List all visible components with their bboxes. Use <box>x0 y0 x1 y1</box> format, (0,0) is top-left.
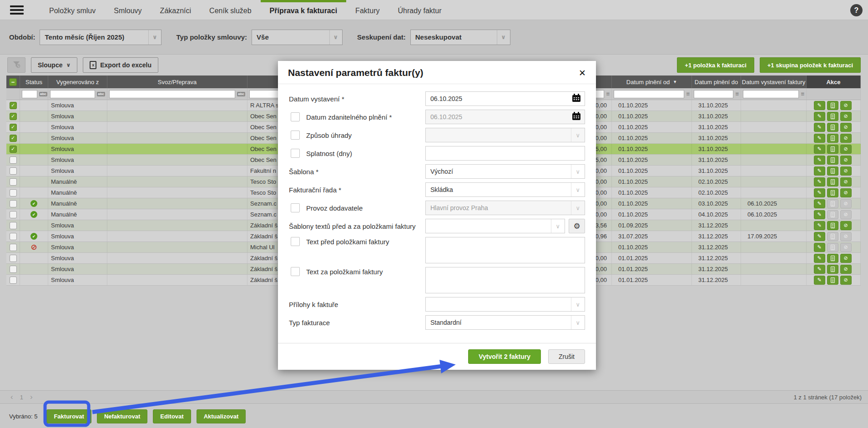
textarea-input[interactable] <box>425 267 585 293</box>
row-checkbox[interactable]: ✓ <box>10 135 17 142</box>
edit-row-button[interactable]: ✎ <box>814 243 825 252</box>
invoice-row-button[interactable] <box>827 123 838 132</box>
field-checkbox[interactable] <box>291 203 300 212</box>
do-not-invoice-row-button[interactable]: ⊘ <box>840 188 852 197</box>
edit-row-button[interactable]: ✎ <box>814 166 825 176</box>
select-input[interactable]: Standardní∨ <box>425 315 585 330</box>
column-filter-input[interactable] <box>743 90 799 98</box>
current-page[interactable]: 1 <box>17 394 26 401</box>
edit-row-button[interactable]: ✎ <box>814 199 825 208</box>
row-checkbox[interactable] <box>10 244 17 251</box>
row-checkbox[interactable]: ✓ <box>10 124 17 131</box>
field-checkbox[interactable] <box>291 112 300 121</box>
invoice-row-button[interactable] <box>827 221 838 230</box>
edit-row-button[interactable]: ✎ <box>814 210 825 219</box>
column-filter-input[interactable] <box>694 90 733 98</box>
tab-z-kazn-ci[interactable]: Zákazníci <box>151 0 200 20</box>
add-item-to-invoicing-button[interactable]: +1 položka k fakturaci <box>677 57 754 73</box>
calendar-icon[interactable] <box>572 94 581 104</box>
filter-select[interactable]: Vše∨ <box>252 30 343 45</box>
date-input[interactable]: 06.10.2025 <box>425 91 585 106</box>
tab-smlouvy[interactable]: Smlouvy <box>105 0 151 20</box>
field-checkbox[interactable] <box>291 149 300 158</box>
edit-row-button[interactable]: ✎ <box>814 188 825 197</box>
column-header-Vygenerováno z[interactable]: Vygenerováno z <box>48 76 107 88</box>
column-header-Akce[interactable]: Akce <box>807 76 861 88</box>
edit-row-button[interactable]: ✎ <box>814 177 825 186</box>
row-checkbox[interactable] <box>10 255 17 262</box>
add-group-to-invoicing-button[interactable]: +1 skupina položek k fakturaci <box>760 57 861 73</box>
do-not-invoice-row-button[interactable]: ⊘ <box>840 265 852 274</box>
row-checkbox[interactable] <box>10 222 17 229</box>
edit-row-button[interactable]: ✎ <box>814 265 825 274</box>
edit-row-button[interactable]: ✎ <box>814 101 825 110</box>
export-excel-button[interactable]: x Export do excelu <box>83 57 158 73</box>
do-not-invoice-row-button[interactable]: ⊘ <box>840 177 852 186</box>
column-header-col0[interactable]: − <box>6 76 20 88</box>
edit-row-button[interactable]: ✎ <box>814 221 825 230</box>
do-not-invoice-row-button[interactable]: ⊘ <box>840 145 852 154</box>
invoice-row-button[interactable] <box>827 134 838 143</box>
edit-row-button[interactable]: ✎ <box>814 254 825 263</box>
tab-faktury[interactable]: Faktury <box>346 0 389 20</box>
do-not-invoice-row-button[interactable]: ⊘ <box>840 134 852 143</box>
invoice-row-button[interactable] <box>827 145 838 154</box>
help-icon[interactable]: ? <box>850 4 863 16</box>
clear-filter-button[interactable] <box>7 57 25 73</box>
invoice-row-button[interactable] <box>827 156 838 165</box>
do-not-invoice-row-button[interactable]: ⊘ <box>840 123 852 132</box>
row-checkbox[interactable]: ✓ <box>10 146 17 153</box>
calendar-icon[interactable] <box>572 112 581 122</box>
fakturovat-button[interactable]: Fakturovat <box>46 409 91 423</box>
nefakturovat-button[interactable]: Nefakturovat <box>97 409 147 423</box>
tab--hrady-faktur[interactable]: Úhrady faktur <box>389 0 450 20</box>
column-header-Svoz/Přeprava[interactable]: Svoz/Přeprava <box>107 76 247 88</box>
select-input[interactable]: ∨ <box>425 128 585 142</box>
do-not-invoice-row-button[interactable]: ⊘ <box>840 156 852 165</box>
column-header-Status[interactable]: Status <box>20 76 48 88</box>
aktualizovat-button[interactable]: Aktualizovat <box>197 409 246 423</box>
do-not-invoice-row-button[interactable]: ⊘ <box>840 254 852 263</box>
invoice-row-button[interactable] <box>827 276 838 285</box>
prev-page-button[interactable]: ‹ <box>6 393 17 402</box>
columns-button[interactable]: Sloupce∨ <box>31 57 77 73</box>
invoice-row-button[interactable] <box>827 101 838 110</box>
row-checkbox[interactable]: ✓ <box>10 113 17 120</box>
filter-select[interactable]: Tento měsíc (Říjen 2025)∨ <box>40 30 161 45</box>
next-page-button[interactable]: › <box>26 393 37 402</box>
invoice-row-button[interactable] <box>827 112 838 121</box>
tab-cen-k-slu-eb[interactable]: Ceník služeb <box>200 0 261 20</box>
edit-row-button[interactable]: ✎ <box>814 232 825 241</box>
field-checkbox[interactable] <box>291 267 300 276</box>
invoice-row-button[interactable] <box>827 177 838 186</box>
row-checkbox[interactable] <box>10 211 17 218</box>
do-not-invoice-row-button[interactable]: ⊘ <box>840 101 852 110</box>
column-filter-input[interactable] <box>22 90 37 98</box>
edit-row-button[interactable]: ✎ <box>814 156 825 165</box>
select-all-checkbox[interactable]: − <box>9 78 17 86</box>
edit-row-button[interactable]: ✎ <box>814 123 825 132</box>
column-filter-input[interactable] <box>109 90 235 98</box>
tab-polo-ky-smluv[interactable]: Položky smluv <box>40 0 105 20</box>
column-header-Datum plnění od[interactable]: Datum plnění od▼ <box>612 76 692 88</box>
close-icon[interactable]: ✕ <box>579 68 586 78</box>
tab-p-prava-k-fakturaci[interactable]: Příprava k fakturaci <box>261 0 347 20</box>
do-not-invoice-row-button[interactable]: ⊘ <box>840 166 852 176</box>
date-input[interactable]: 06.10.2025 <box>425 110 585 124</box>
row-checkbox[interactable] <box>10 178 17 186</box>
edit-row-button[interactable]: ✎ <box>814 134 825 143</box>
text-templates-settings-button[interactable]: ⚙ <box>569 219 585 233</box>
textarea-input[interactable] <box>425 237 585 263</box>
column-filter-input[interactable] <box>50 90 95 98</box>
row-checkbox[interactable] <box>10 200 17 207</box>
hamburger-menu-icon[interactable] <box>10 5 24 15</box>
invoice-row-button[interactable] <box>827 166 838 176</box>
row-checkbox[interactable] <box>10 266 17 273</box>
filter-select[interactable]: Neseskupovat∨ <box>410 30 510 45</box>
editovat-button[interactable]: Editovat <box>153 409 191 423</box>
cancel-button[interactable]: Zrušit <box>548 349 585 364</box>
select-input[interactable]: ∨ <box>425 219 565 233</box>
edit-row-button[interactable]: ✎ <box>814 145 825 154</box>
field-checkbox[interactable] <box>291 131 300 140</box>
column-filter-input[interactable] <box>614 90 684 98</box>
